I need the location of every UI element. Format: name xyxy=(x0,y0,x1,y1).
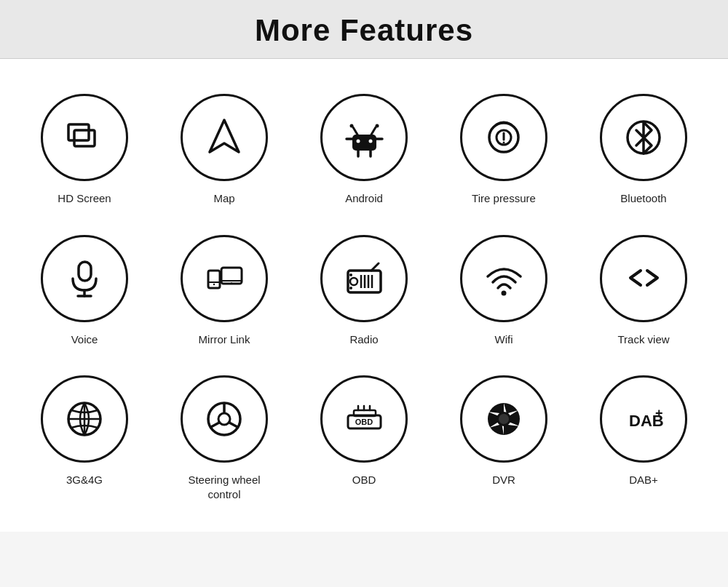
svg-point-34 xyxy=(349,273,352,276)
dab-label: DAB+ xyxy=(629,473,658,487)
features-grid: HD Screen Map xyxy=(0,59,728,532)
feature-track-view: Track view xyxy=(574,222,713,363)
map-label: Map xyxy=(213,191,234,206)
3g4g-icon-circle xyxy=(41,375,128,463)
svg-line-6 xyxy=(353,127,357,135)
svg-rect-25 xyxy=(208,271,220,288)
svg-point-33 xyxy=(350,278,357,285)
svg-text:+: + xyxy=(655,406,663,420)
svg-rect-19 xyxy=(79,262,91,281)
radio-label: Radio xyxy=(349,332,378,347)
svg-rect-47 xyxy=(354,410,376,416)
steering-wheel-icon xyxy=(201,396,248,443)
3g4g-label: 3G&4G xyxy=(66,473,103,487)
svg-point-4 xyxy=(356,139,360,143)
feature-dvr: DVR xyxy=(434,362,574,517)
android-label: Android xyxy=(345,191,383,206)
feature-voice: Voice xyxy=(15,222,154,363)
steering-wheel-icon-circle xyxy=(181,375,268,463)
obd-label: OBD xyxy=(352,473,376,487)
feature-map: Map xyxy=(154,81,294,222)
svg-rect-0 xyxy=(74,130,95,146)
obd-icon-circle: OBD xyxy=(320,375,408,463)
feature-dab: DAB + DAB+ xyxy=(574,362,713,517)
voice-label: Voice xyxy=(71,332,98,347)
map-icon xyxy=(201,114,248,161)
hd-screen-label: HD Screen xyxy=(58,191,111,206)
bluetooth-label: Bluetooth xyxy=(620,191,666,206)
svg-point-54 xyxy=(499,414,509,424)
wifi-label: Wifi xyxy=(495,332,513,347)
3g4g-icon xyxy=(61,396,108,443)
svg-point-24 xyxy=(230,282,232,284)
svg-line-44 xyxy=(210,423,219,428)
svg-point-37 xyxy=(501,291,506,296)
feature-obd: OBD OBD xyxy=(294,362,434,517)
svg-point-27 xyxy=(213,284,214,285)
track-view-label: Track view xyxy=(617,332,669,347)
svg-text:OBD: OBD xyxy=(355,418,373,426)
hd-screen-icon-circle xyxy=(41,94,128,181)
tire-pressure-icon-circle xyxy=(460,94,547,181)
radio-icon xyxy=(341,255,388,302)
map-icon-circle xyxy=(181,94,268,181)
dvr-label: DVR xyxy=(492,473,515,487)
feature-3g4g: 3G&4G xyxy=(15,362,154,517)
android-icon-circle xyxy=(320,94,408,181)
tire-pressure-icon xyxy=(480,114,528,161)
dvr-icon-circle xyxy=(460,375,547,463)
feature-mirror-link: Mirror Link xyxy=(154,222,294,363)
android-icon xyxy=(341,114,388,161)
track-view-icon xyxy=(620,255,668,302)
svg-point-9 xyxy=(375,124,379,127)
mirror-link-icon-circle xyxy=(181,235,268,322)
feature-tire-pressure: Tire pressure xyxy=(434,81,574,222)
dvr-icon xyxy=(480,396,528,443)
page-title: More Features xyxy=(0,13,728,48)
hd-screen-icon xyxy=(61,114,108,161)
obd-icon: OBD xyxy=(341,396,388,443)
wifi-icon xyxy=(480,255,528,302)
mirror-link-icon xyxy=(201,255,248,302)
dab-icon-circle: DAB + xyxy=(600,375,687,463)
feature-wifi: Wifi xyxy=(434,222,574,363)
svg-rect-1 xyxy=(68,124,89,140)
svg-line-7 xyxy=(371,127,376,135)
page-header: More Features xyxy=(0,0,728,59)
feature-bluetooth: Bluetooth xyxy=(574,81,713,222)
feature-hd-screen: HD Screen xyxy=(15,81,154,222)
radio-icon-circle xyxy=(320,235,408,322)
feature-radio: Radio xyxy=(294,222,434,363)
steering-wheel-label: Steering wheelcontrol xyxy=(188,473,260,501)
bluetooth-icon-circle xyxy=(600,94,687,181)
voice-icon xyxy=(61,255,108,302)
svg-point-42 xyxy=(218,413,230,425)
svg-point-8 xyxy=(349,124,353,127)
wifi-icon-circle xyxy=(460,235,547,322)
voice-icon-circle xyxy=(41,235,128,322)
dab-icon: DAB + xyxy=(620,396,668,443)
tire-pressure-label: Tire pressure xyxy=(472,191,536,206)
mirror-link-label: Mirror Link xyxy=(199,332,250,347)
feature-steering-wheel: Steering wheelcontrol xyxy=(154,362,294,517)
svg-line-45 xyxy=(229,423,239,428)
svg-rect-3 xyxy=(352,135,376,151)
svg-marker-2 xyxy=(210,120,239,152)
bluetooth-icon xyxy=(620,114,668,161)
svg-point-5 xyxy=(368,139,372,143)
svg-point-35 xyxy=(349,287,352,289)
track-view-icon-circle xyxy=(600,235,687,322)
feature-android: Android xyxy=(294,81,434,222)
svg-point-17 xyxy=(502,141,505,143)
